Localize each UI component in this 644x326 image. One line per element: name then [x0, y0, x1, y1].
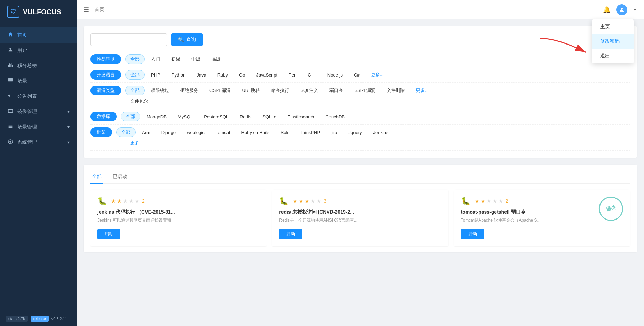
dropdown-item-logout[interactable]: 退出: [592, 49, 634, 63]
filter-tag-2-3[interactable]: CSRF漏洞: [205, 86, 236, 95]
chevron-icon: ▾: [67, 125, 70, 129]
tab-all[interactable]: 全部: [90, 170, 103, 184]
filter-tag-2-1[interactable]: 权限绕过: [146, 86, 174, 95]
start-button[interactable]: 启动: [279, 229, 302, 239]
cards-section: 全部已启动 🐛 ★★★★★ 2 jenkins 代码执行 （CVE-2015-8…: [84, 165, 637, 252]
start-button[interactable]: 启动: [461, 229, 484, 239]
tab-started[interactable]: 已启动: [111, 170, 129, 184]
search-input[interactable]: [90, 33, 167, 46]
star-2: ★: [304, 198, 309, 205]
filter-tag-3-3[interactable]: PostgreSQL: [199, 113, 233, 121]
sidebar-label-leaderboard: 积分总榜: [17, 63, 37, 69]
filter-tag-4-1[interactable]: Arm: [137, 128, 155, 136]
filter-tag-3-4[interactable]: Redis: [235, 113, 256, 121]
filter-tag-1-11[interactable]: 更多...: [366, 70, 389, 79]
star-2: ★: [123, 198, 128, 205]
filter-tag-1-5[interactable]: Go: [234, 71, 250, 79]
star-4: ★: [135, 198, 140, 205]
filter-tag-1-10[interactable]: C#: [349, 71, 365, 79]
filter-tag-4-10[interactable]: Jenkins: [368, 128, 393, 136]
filter-tag-2-8[interactable]: SSRF漏洞: [349, 86, 380, 95]
star-4: ★: [316, 198, 321, 205]
header-right: 🔔 ▼: [603, 4, 637, 15]
announcements-icon: [7, 93, 14, 100]
filter-tag-2-0[interactable]: 全部: [125, 86, 145, 95]
filter-card: 🔍 查询 难易程度全部入门初级中级高级开发语言全部PHPPythonJavaRu…: [84, 26, 637, 158]
card-header: 🐛 ★★★★★ 3: [279, 197, 441, 206]
filter-tag-1-3[interactable]: Java: [192, 71, 211, 79]
filter-tag-3-0[interactable]: 全部: [121, 112, 140, 121]
filter-tag-1-4[interactable]: Ruby: [213, 71, 233, 79]
filter-tag-4-4[interactable]: Tomcat: [211, 128, 235, 136]
filter-tag-2-4[interactable]: URL跳转: [237, 86, 265, 95]
filter-tag-0-0[interactable]: 全部: [125, 54, 145, 64]
sidebar-item-scene-mgmt[interactable]: 场景管理 ▾: [0, 119, 77, 135]
sidebar-item-image-mgmt[interactable]: 镜像管理 ▾: [0, 104, 77, 119]
filter-tag-1-6[interactable]: JavaScript: [251, 71, 282, 79]
filter-tag-0-4[interactable]: 高级: [207, 55, 225, 64]
filter-tag-2-2[interactable]: 拒绝服务: [175, 86, 203, 95]
filter-tag-0-2[interactable]: 初级: [166, 55, 185, 64]
filter-tag-3-7[interactable]: CouchDB: [320, 113, 350, 121]
filter-tag-0-3[interactable]: 中级: [186, 55, 205, 64]
filter-tag-4-5[interactable]: Ruby on Rails: [237, 128, 275, 136]
logo: 🛡 VULFOCUS: [0, 0, 77, 24]
dropdown-item-home[interactable]: 主页: [592, 19, 634, 34]
card-desc: Redis是一个开源的使用ANSI C语言编写...: [279, 217, 441, 223]
header: ☰ 首页 🔔 ▼: [77, 0, 644, 19]
filter-tag-2-7[interactable]: 弱口令: [325, 86, 348, 95]
filter-tag-4-0[interactable]: 全部: [116, 127, 136, 137]
filter-tag-4-3[interactable]: weblogic: [182, 128, 209, 136]
filter-tag-4-6[interactable]: Solr: [276, 128, 293, 136]
filter-tag-0-1[interactable]: 入门: [146, 55, 165, 64]
filter-row-1: 开发语言全部PHPPythonJavaRubyGoJavaScriptPerlC…: [90, 67, 630, 83]
filter-tag-2-6[interactable]: SQL注入: [295, 86, 323, 95]
vuln-card-card1: 🐛 ★★★★★ 2 jenkins 代码执行 （CVE-2015-81... J…: [90, 190, 267, 246]
filter-tag-1-2[interactable]: Python: [167, 71, 190, 79]
sidebar-item-scene[interactable]: 场景: [0, 73, 77, 89]
sidebar-item-home[interactable]: 首页: [0, 27, 77, 43]
star-2: ★: [486, 198, 491, 205]
sidebar-item-announcements[interactable]: 公告列表: [0, 89, 77, 104]
filter-tag-1-1[interactable]: PHP: [146, 71, 165, 79]
filter-tag-4-2[interactable]: Django: [157, 128, 181, 136]
filter-label-1: 开发语言: [90, 70, 121, 80]
filter-tag-2-10[interactable]: 文件包含: [125, 97, 153, 106]
user-avatar[interactable]: [616, 4, 627, 15]
filter-tag-4-8[interactable]: jira: [326, 128, 342, 136]
filter-tag-4-9[interactable]: Jquery: [343, 128, 367, 136]
card-title: jenkins 代码执行 （CVE-2015-81...: [97, 209, 260, 215]
sidebar-nav: 首页 用户 积分总榜 场景 公告列表 镜像管理 ▾ 场景管理 ▾ 系统管理 ▾: [0, 24, 77, 311]
bell-icon[interactable]: 🔔: [603, 6, 611, 14]
menu-icon[interactable]: ☰: [84, 6, 89, 14]
filter-tag-4-7[interactable]: ThinkPHP: [295, 128, 325, 136]
filter-tag-1-7[interactable]: Perl: [284, 71, 301, 79]
filter-tag-4-11[interactable]: 更多...: [125, 138, 148, 148]
filter-tag-3-1[interactable]: MongoDB: [142, 113, 172, 121]
sidebar-item-sys-mgmt[interactable]: 系统管理 ▾: [0, 135, 77, 150]
filter-tag-2-5[interactable]: 命令执行: [266, 86, 294, 95]
dropdown-item-change-pwd[interactable]: 修改密码: [592, 34, 634, 49]
filter-tag-3-6[interactable]: Elasticsearch: [283, 113, 319, 121]
search-button[interactable]: 🔍 查询: [171, 33, 203, 46]
bug-icon: 🐛: [97, 197, 107, 206]
star-1: ★: [480, 198, 485, 205]
star-1: ★: [117, 198, 122, 205]
filter-tag-3-5[interactable]: SQLite: [257, 113, 281, 121]
start-button[interactable]: 启动: [97, 229, 120, 239]
filter-tag-2-11[interactable]: 更多...: [411, 86, 434, 95]
filter-tag-2-9[interactable]: 文件删除: [382, 86, 410, 95]
sidebar-item-leaderboard[interactable]: 积分总榜: [0, 58, 77, 73]
card-title: redis 未授权访问 (CNVD-2019-2...: [279, 209, 441, 215]
filter-tag-1-0[interactable]: 全部: [125, 70, 145, 80]
leaderboard-icon: [7, 62, 14, 69]
sidebar-item-users[interactable]: 用户: [0, 43, 77, 58]
release-badge: release: [31, 316, 49, 322]
filter-tag-3-2[interactable]: MySQL: [173, 113, 198, 121]
chevron-icon: ▾: [67, 109, 70, 114]
filter-row-0: 难易程度全部入门初级中级高级: [90, 51, 630, 67]
dropdown-arrow-icon[interactable]: ▼: [633, 7, 637, 12]
filter-tag-1-8[interactable]: C++: [303, 71, 321, 79]
filter-tag-1-9[interactable]: Node.js: [323, 71, 348, 79]
scene-icon: [7, 78, 14, 85]
